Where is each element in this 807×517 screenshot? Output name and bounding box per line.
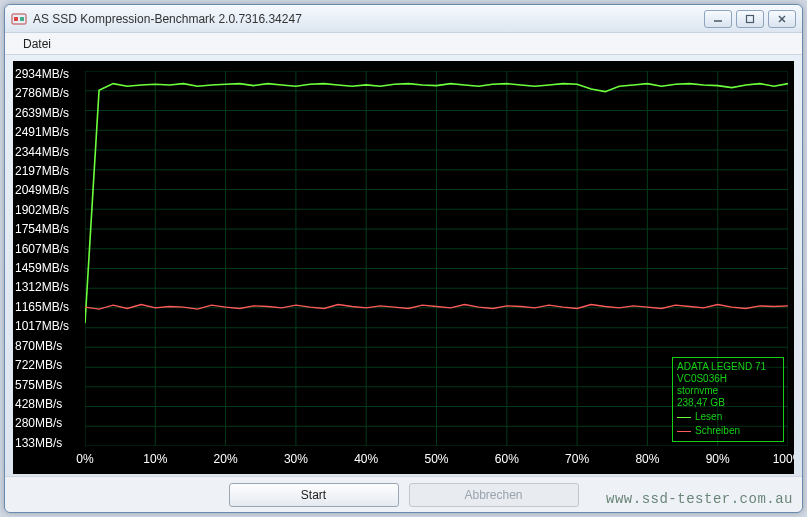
x-tick-label: 10% (143, 452, 167, 466)
app-window: AS SSD Kompression-Benchmark 2.0.7316.34… (4, 4, 803, 513)
legend-write-label: Schreiben (695, 425, 740, 437)
legend-firmware: VC0S036H (677, 373, 779, 385)
legend-device: ADATA LEGEND 71 (677, 361, 779, 373)
svg-rect-1 (14, 17, 18, 21)
y-axis-labels: 2934MB/s2786MB/s2639MB/s2491MB/s2344MB/s… (15, 67, 83, 450)
chart-area: 2934MB/s2786MB/s2639MB/s2491MB/s2344MB/s… (13, 61, 794, 474)
y-tick-label: 2197MB/s (15, 164, 83, 178)
y-tick-label: 1459MB/s (15, 261, 83, 275)
y-tick-label: 2934MB/s (15, 67, 83, 81)
svg-rect-2 (20, 17, 24, 21)
y-tick-label: 575MB/s (15, 378, 83, 392)
x-tick-label: 40% (354, 452, 378, 466)
maximize-button[interactable] (736, 10, 764, 28)
legend-read-label: Lesen (695, 411, 722, 423)
start-button[interactable]: Start (229, 483, 399, 507)
x-tick-label: 100% (773, 452, 794, 466)
y-tick-label: 2344MB/s (15, 145, 83, 159)
y-tick-label: 2639MB/s (15, 106, 83, 120)
y-tick-label: 1017MB/s (15, 319, 83, 333)
window-controls (704, 10, 796, 28)
close-button[interactable] (768, 10, 796, 28)
y-tick-label: 1165MB/s (15, 300, 83, 314)
y-tick-label: 428MB/s (15, 397, 83, 411)
legend-write: Schreiben (677, 425, 779, 437)
x-tick-label: 0% (76, 452, 93, 466)
legend-driver: stornvme (677, 385, 779, 397)
window-title: AS SSD Kompression-Benchmark 2.0.7316.34… (33, 12, 704, 26)
y-tick-label: 1607MB/s (15, 242, 83, 256)
x-tick-label: 20% (214, 452, 238, 466)
legend-write-swatch (677, 431, 691, 432)
cancel-button: Abbrechen (409, 483, 579, 507)
x-tick-label: 60% (495, 452, 519, 466)
app-icon (11, 11, 27, 27)
y-tick-label: 2786MB/s (15, 86, 83, 100)
legend-box: ADATA LEGEND 71 VC0S036H stornvme 238,47… (672, 357, 784, 442)
y-tick-label: 2491MB/s (15, 125, 83, 139)
x-tick-label: 90% (706, 452, 730, 466)
y-tick-label: 133MB/s (15, 436, 83, 450)
y-tick-label: 1312MB/s (15, 280, 83, 294)
svg-rect-4 (747, 15, 754, 22)
y-tick-label: 280MB/s (15, 416, 83, 430)
x-tick-label: 80% (635, 452, 659, 466)
button-row: Start Abbrechen (5, 476, 802, 512)
menu-datei[interactable]: Datei (15, 35, 59, 53)
minimize-button[interactable] (704, 10, 732, 28)
y-tick-label: 1902MB/s (15, 203, 83, 217)
y-tick-label: 722MB/s (15, 358, 83, 372)
legend-read: Lesen (677, 411, 779, 423)
x-tick-label: 50% (424, 452, 448, 466)
y-tick-label: 2049MB/s (15, 183, 83, 197)
x-axis-labels: 0%10%20%30%40%50%60%70%80%90%100% (85, 452, 788, 470)
titlebar[interactable]: AS SSD Kompression-Benchmark 2.0.7316.34… (5, 5, 802, 33)
legend-read-swatch (677, 417, 691, 418)
menubar: Datei (5, 33, 802, 55)
x-tick-label: 30% (284, 452, 308, 466)
x-tick-label: 70% (565, 452, 589, 466)
y-tick-label: 1754MB/s (15, 222, 83, 236)
legend-capacity: 238,47 GB (677, 397, 779, 409)
y-tick-label: 870MB/s (15, 339, 83, 353)
